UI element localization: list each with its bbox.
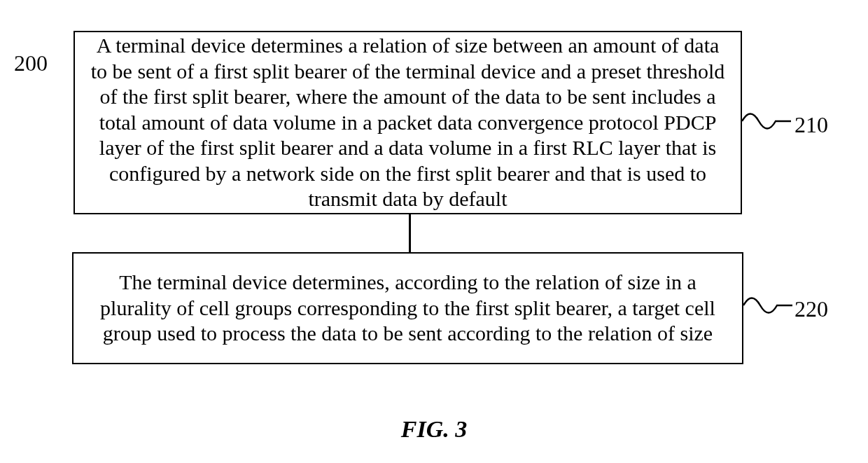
- flowchart-step-210: A terminal device determines a relation …: [74, 31, 742, 214]
- flowchart-step-220: The terminal device determines, accordin…: [72, 252, 743, 364]
- reference-label-210: 210: [794, 112, 828, 138]
- step-220-text: The terminal device determines, accordin…: [88, 270, 728, 347]
- connector-line: [409, 214, 411, 252]
- figure-caption: FIG. 3: [0, 416, 868, 443]
- reference-label-200: 200: [14, 50, 48, 76]
- callout-curve-220: [743, 291, 792, 320]
- callout-curve-210: [742, 106, 791, 136]
- step-210-text: A terminal device determines a relation …: [89, 33, 727, 212]
- reference-label-220: 220: [794, 296, 828, 322]
